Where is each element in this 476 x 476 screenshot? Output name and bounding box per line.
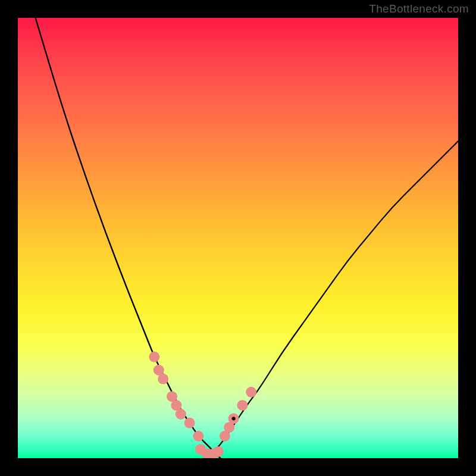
marker-dot — [158, 374, 168, 384]
marker-dot — [149, 352, 159, 362]
marker-dot — [176, 409, 186, 419]
marker-dot — [193, 431, 203, 441]
chart-container: TheBottleneck.com — [0, 0, 476, 476]
left-curve — [36, 18, 221, 458]
markers-group — [149, 352, 256, 458]
right-curve — [207, 141, 458, 458]
marker-dot — [246, 387, 256, 397]
marker-dot — [237, 400, 248, 411]
curves-svg — [18, 18, 458, 458]
watermark-text: TheBottleneck.com — [369, 2, 469, 15]
marker-dot — [213, 446, 224, 457]
marker-dot — [184, 418, 195, 428]
highlight-dot — [232, 416, 236, 420]
plot-area — [18, 18, 458, 458]
